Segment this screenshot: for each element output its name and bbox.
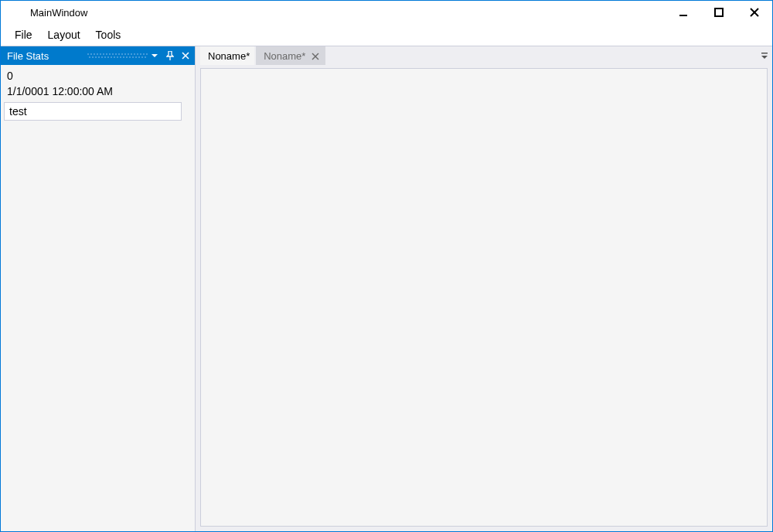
svg-point-19 bbox=[134, 53, 135, 55]
svg-rect-0 bbox=[679, 15, 687, 16]
svg-point-31 bbox=[111, 56, 112, 58]
window-title: MainWindow bbox=[7, 7, 87, 19]
titlebar: MainWindow bbox=[1, 1, 772, 24]
tabstrip-menu-button[interactable] bbox=[757, 46, 772, 65]
document-area: Noname* Noname* bbox=[196, 46, 772, 531]
stat-value-count: 0 bbox=[4, 68, 192, 84]
svg-point-33 bbox=[117, 56, 118, 58]
svg-point-40 bbox=[138, 56, 140, 58]
sidepanel-header[interactable]: File Stats bbox=[1, 46, 195, 65]
maximize-icon bbox=[714, 8, 724, 17]
svg-point-36 bbox=[126, 56, 128, 58]
svg-point-30 bbox=[107, 56, 109, 58]
svg-point-18 bbox=[131, 53, 132, 55]
close-icon bbox=[749, 7, 760, 18]
menu-dropdown-icon bbox=[761, 52, 768, 60]
main-area: File Stats bbox=[1, 46, 772, 531]
svg-point-21 bbox=[140, 53, 141, 55]
close-button[interactable] bbox=[737, 1, 772, 24]
menu-layout[interactable]: Layout bbox=[40, 26, 88, 44]
svg-point-38 bbox=[132, 56, 134, 58]
menu-tools[interactable]: Tools bbox=[88, 26, 129, 44]
svg-point-10 bbox=[106, 53, 107, 55]
svg-point-17 bbox=[128, 53, 129, 55]
menu-file[interactable]: File bbox=[7, 26, 40, 44]
svg-point-5 bbox=[90, 53, 92, 55]
svg-point-12 bbox=[112, 53, 114, 55]
document-tab-inactive[interactable]: Noname* bbox=[256, 46, 325, 65]
tab-close-button[interactable] bbox=[310, 51, 321, 62]
svg-point-42 bbox=[145, 56, 146, 58]
document-tab-active[interactable]: Noname* bbox=[200, 46, 254, 65]
svg-point-23 bbox=[146, 53, 148, 55]
chevron-down-icon bbox=[151, 52, 158, 60]
close-icon bbox=[312, 53, 319, 60]
pin-icon bbox=[166, 51, 174, 60]
svg-rect-1 bbox=[715, 9, 723, 16]
svg-point-28 bbox=[101, 56, 103, 58]
minimize-icon bbox=[679, 8, 688, 17]
svg-rect-47 bbox=[761, 53, 768, 54]
svg-point-24 bbox=[89, 56, 90, 58]
document-tab-label: Noname* bbox=[264, 50, 305, 62]
svg-point-37 bbox=[129, 56, 131, 58]
svg-point-13 bbox=[115, 53, 117, 55]
svg-point-32 bbox=[114, 56, 115, 58]
close-icon bbox=[182, 52, 189, 60]
svg-point-34 bbox=[120, 56, 121, 58]
menubar: File Layout Tools bbox=[1, 24, 772, 46]
document-tabstrip: Noname* Noname* bbox=[196, 46, 772, 65]
svg-point-27 bbox=[98, 56, 100, 58]
sidepanel-pin-button[interactable] bbox=[164, 49, 176, 62]
svg-point-7 bbox=[97, 53, 98, 55]
svg-point-29 bbox=[104, 56, 106, 58]
svg-point-11 bbox=[109, 53, 111, 55]
sidepanel-file-stats: File Stats bbox=[1, 46, 196, 531]
svg-point-16 bbox=[124, 53, 126, 55]
svg-point-4 bbox=[87, 53, 89, 55]
svg-point-22 bbox=[143, 53, 145, 55]
window-controls bbox=[666, 1, 772, 24]
sidepanel-body: 0 1/1/0001 12:00:00 AM bbox=[1, 65, 195, 531]
document-content[interactable] bbox=[200, 68, 768, 527]
sidepanel-dropdown-button[interactable] bbox=[148, 49, 161, 62]
svg-point-35 bbox=[123, 56, 124, 58]
stat-value-timestamp: 1/1/0001 12:00:00 AM bbox=[4, 84, 192, 99]
sidepanel-grip-icon bbox=[87, 46, 148, 65]
svg-point-25 bbox=[92, 56, 94, 58]
svg-point-15 bbox=[121, 53, 123, 55]
sidepanel-header-icons bbox=[148, 49, 192, 62]
svg-point-26 bbox=[95, 56, 97, 58]
svg-point-39 bbox=[135, 56, 137, 58]
svg-point-14 bbox=[118, 53, 120, 55]
minimize-button[interactable] bbox=[666, 1, 701, 24]
maximize-button[interactable] bbox=[701, 1, 737, 24]
svg-point-41 bbox=[141, 56, 143, 58]
svg-point-20 bbox=[137, 53, 138, 55]
svg-point-6 bbox=[94, 53, 95, 55]
svg-point-8 bbox=[100, 53, 101, 55]
sidepanel-close-button[interactable] bbox=[179, 49, 192, 62]
svg-point-9 bbox=[103, 53, 104, 55]
tabstrip-spacer bbox=[325, 46, 757, 65]
stat-text-input[interactable] bbox=[4, 102, 182, 121]
document-tab-label: Noname* bbox=[208, 50, 250, 62]
sidepanel-title: File Stats bbox=[7, 50, 87, 62]
stat-input-wrapper bbox=[4, 102, 192, 121]
